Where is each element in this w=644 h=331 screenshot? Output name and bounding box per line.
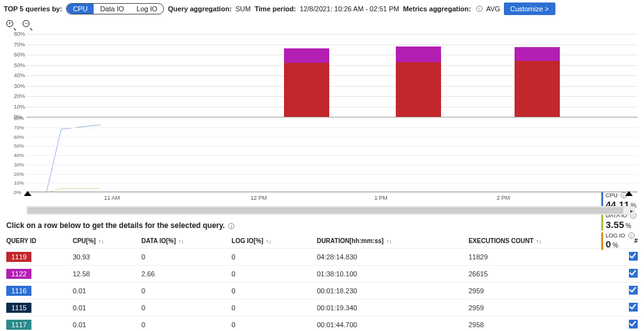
- pill-log-io[interactable]: Log IO: [130, 4, 163, 14]
- cell-executions: 2959: [466, 300, 614, 317]
- cell-dataio: 0: [139, 283, 229, 300]
- cell-cpu: 0.01: [70, 317, 139, 332]
- bar[interactable]: [284, 48, 329, 117]
- pill-cpu[interactable]: CPU: [67, 4, 94, 14]
- cell-duration: 04:28:14.830: [314, 249, 466, 266]
- x-tick-label: 1 PM: [374, 195, 388, 201]
- row-checkbox[interactable]: [629, 269, 638, 278]
- cell-logio: 0: [229, 317, 315, 332]
- sort-icon[interactable]: ↑↓: [386, 238, 392, 244]
- info-icon[interactable]: i: [628, 232, 635, 239]
- legend-logio-suffix: %: [613, 242, 618, 249]
- col-logio[interactable]: LOG IO[%]↑↓: [229, 234, 315, 249]
- bar-segment-1122[interactable]: [396, 46, 441, 62]
- x-tick-label: 2 PM: [496, 195, 510, 201]
- bar-segment-1122[interactable]: [284, 48, 329, 63]
- bar[interactable]: [396, 46, 441, 117]
- range-handle-left[interactable]: [24, 191, 31, 196]
- row-checkbox[interactable]: [629, 286, 638, 295]
- legend-logio-label: LOG IO: [606, 232, 625, 239]
- col-duration[interactable]: DURATION[hh:mm:ss]↑↓: [314, 234, 466, 249]
- cell-duration: 00:01:44.700: [314, 317, 466, 332]
- pill-data-io[interactable]: Data IO: [94, 4, 130, 14]
- info-icon[interactable]: i: [476, 6, 483, 12]
- legend-dataio-value: 3.55: [606, 219, 624, 230]
- table-row[interactable]: 11170.010000:01:44.7002958: [4, 317, 640, 332]
- y-tick-label: 50%: [14, 62, 25, 68]
- sort-icon[interactable]: ↑↓: [98, 238, 104, 244]
- y-tick-label: 80%: [14, 31, 25, 37]
- cell-dataio: 0: [139, 249, 229, 266]
- queries-table: QUERY ID CPU[%]↑↓ DATA IO[%]↑↓ LOG IO[%]…: [4, 234, 640, 331]
- query-id-badge[interactable]: 1119: [6, 252, 31, 262]
- bar-segment-1119[interactable]: [284, 63, 329, 117]
- x-tick-label: 11 AM: [104, 195, 120, 201]
- cell-dataio: 0: [139, 300, 229, 317]
- time-period-label: Time period:: [254, 5, 296, 13]
- top5-label: TOP 5 queries by:: [4, 5, 62, 13]
- customize-button[interactable]: Customize >: [504, 3, 555, 15]
- bar-chart[interactable]: 0%10%20%30%40%50%60%70%80%: [15, 34, 638, 117]
- sort-icon[interactable]: ↑↓: [536, 238, 542, 244]
- bar[interactable]: [515, 47, 560, 117]
- time-period-value: 12/8/2021: 10:26 AM - 02:51 PM: [300, 5, 399, 13]
- y-tick-label: 60%: [14, 134, 24, 139]
- sort-icon[interactable]: ↑↓: [178, 238, 184, 244]
- sort-icon[interactable]: ↑↓: [266, 238, 271, 244]
- cell-dataio: 2.66: [139, 266, 229, 283]
- query-id-badge[interactable]: 1117: [6, 320, 31, 330]
- helper-text-label: Click on a row below to get the details …: [6, 221, 225, 230]
- row-checkbox[interactable]: [629, 303, 638, 312]
- cell-duration: 01:38:10.100: [314, 266, 466, 283]
- cell-logio: 0: [229, 300, 315, 317]
- table-header: QUERY ID CPU[%]↑↓ DATA IO[%]↑↓ LOG IO[%]…: [4, 234, 640, 249]
- y-tick-label: 60%: [14, 52, 25, 58]
- bar-segment-1119[interactable]: [396, 62, 441, 117]
- x-tick-label: 12 PM: [251, 195, 267, 201]
- col-dataio[interactable]: DATA IO[%]↑↓: [139, 234, 229, 249]
- table-row[interactable]: 11150.010000:01:19.3402959: [4, 300, 640, 317]
- table-row[interactable]: 11160.010000:01:18.2302959: [4, 283, 640, 300]
- table-row[interactable]: 111930.930004:28:14.83011829: [4, 249, 640, 266]
- query-id-badge[interactable]: 1122: [6, 269, 31, 279]
- line-series-cpu[interactable]: [29, 125, 101, 192]
- helper-text: Click on a row below to get the details …: [4, 215, 640, 234]
- col-query-id[interactable]: QUERY ID: [4, 234, 70, 249]
- cell-logio: 0: [229, 266, 315, 283]
- col-executions[interactable]: EXECUTIONS COUNT↑↓: [466, 234, 614, 249]
- y-tick-label: 10%: [14, 180, 24, 186]
- table-row[interactable]: 112212.582.66001:38:10.10026615: [4, 266, 640, 283]
- zoom-out-icon[interactable]: [23, 20, 31, 29]
- y-tick-label: 50%: [14, 143, 24, 149]
- cell-executions: 2958: [466, 317, 614, 332]
- cell-cpu: 0.01: [70, 300, 139, 317]
- scrollbar-thumb[interactable]: [28, 207, 623, 214]
- bar-segment-1122[interactable]: [515, 47, 560, 60]
- row-checkbox[interactable]: [629, 320, 638, 328]
- y-tick-label: 20%: [14, 171, 24, 176]
- legend-logio-value: 0: [606, 239, 611, 249]
- y-tick-label: 20%: [14, 93, 25, 99]
- metrics-aggregation-label: Metrics aggregation:: [403, 5, 471, 13]
- top-toolbar: TOP 5 queries by: CPU Data IO Log IO Que…: [4, 3, 640, 15]
- col-cpu[interactable]: CPU[%]↑↓: [70, 234, 139, 249]
- query-id-badge[interactable]: 1115: [6, 303, 31, 313]
- scroll-right-icon[interactable]: ▸: [630, 207, 633, 214]
- y-tick-label: 80%: [14, 116, 24, 121]
- horizontal-scrollbar[interactable]: ◂ ▸: [26, 206, 635, 215]
- cell-dataio: 0: [139, 317, 229, 332]
- query-aggregation-value: SUM: [236, 5, 251, 13]
- query-id-badge[interactable]: 1116: [6, 286, 31, 296]
- row-checkbox[interactable]: [629, 252, 638, 261]
- y-tick-label: 40%: [14, 153, 24, 158]
- cell-duration: 00:01:19.340: [314, 300, 466, 317]
- y-tick-label: 30%: [14, 83, 25, 89]
- line-chart[interactable]: 0%10%20%30%40%50%60%70%80%: [15, 118, 638, 192]
- bar-segment-1119[interactable]: [515, 61, 560, 117]
- cell-duration: 00:01:18.230: [314, 283, 466, 300]
- zoom-in-icon[interactable]: [6, 20, 15, 29]
- metric-segmented-control[interactable]: CPU Data IO Log IO: [66, 3, 164, 14]
- cell-logio: 0: [229, 283, 315, 300]
- range-handle-right[interactable]: [625, 191, 633, 196]
- info-icon[interactable]: i: [228, 223, 234, 229]
